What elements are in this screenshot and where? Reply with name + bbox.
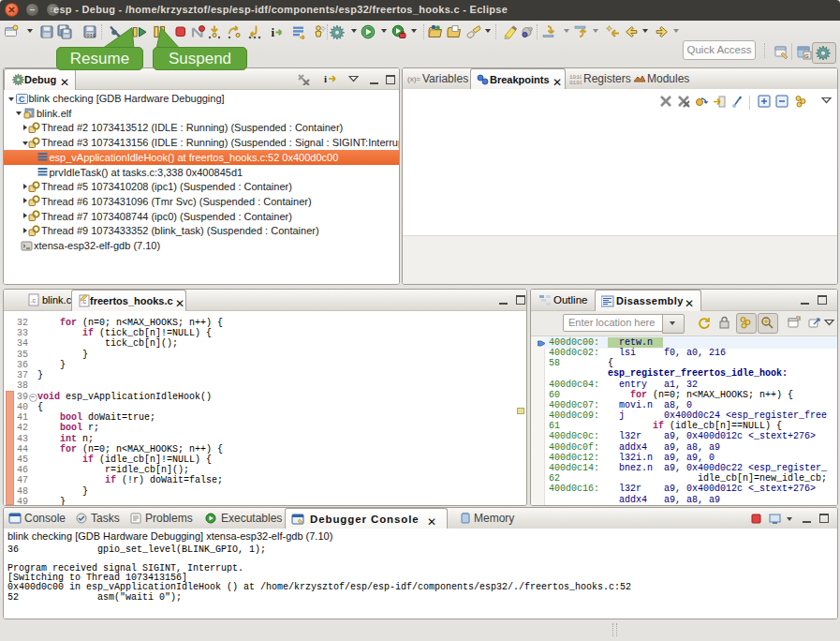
svg-text:G: G [804, 53, 809, 59]
svg-text:0101: 0101 [569, 80, 582, 85]
svg-text:i: i [324, 73, 327, 84]
svg-text:C: C [19, 95, 25, 104]
svg-text:(x)=: (x)= [407, 75, 420, 83]
svg-text:.c: .c [31, 297, 37, 304]
